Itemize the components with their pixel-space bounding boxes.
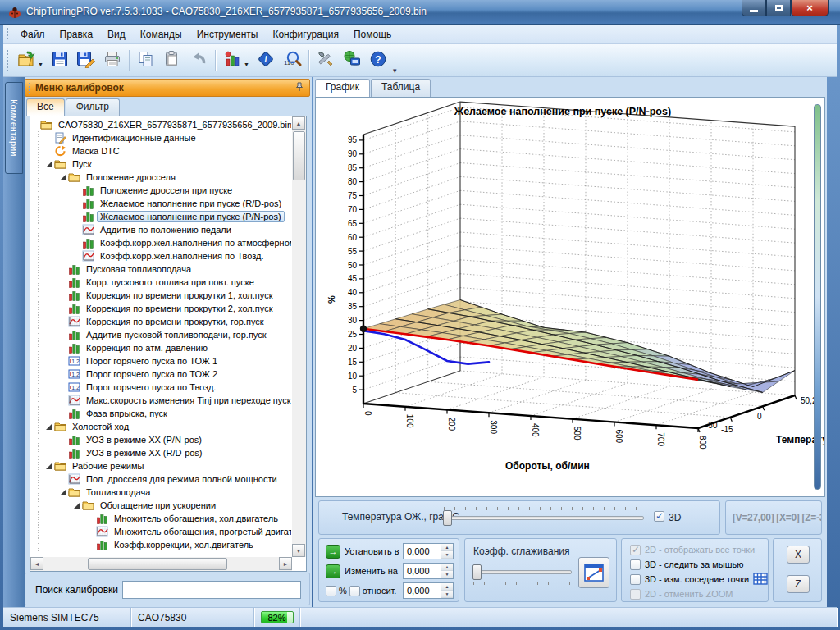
tree-item[interactable]: Коррекция по времени прокрутки 2, хол.пу… — [31, 302, 291, 315]
tools-button[interactable] — [313, 48, 339, 74]
tree-item[interactable]: Коррекция по времени прокрутки, гор.пуск — [31, 315, 291, 328]
tree-item[interactable]: Макс.скорость изменения Tinj при переход… — [31, 394, 291, 407]
option-checkbox-2[interactable] — [630, 559, 641, 570]
third-value-spinner[interactable]: 0,000 ▲▼ — [403, 582, 454, 599]
tree-item[interactable]: УОЗ в режиме XX (R/D-pos) — [31, 446, 291, 459]
tree-item[interactable]: Коэфф.корр.жел.наполнения по атмосферном — [31, 236, 291, 249]
tab-table[interactable]: Таблица — [371, 79, 431, 97]
expand-arrow-icon[interactable] — [59, 174, 68, 181]
paste-button[interactable] — [159, 48, 185, 74]
tree-vertical-scrollbar[interactable]: ▲ ▼ — [292, 116, 306, 557]
expand-arrow-icon[interactable] — [45, 463, 54, 470]
tree-item[interactable]: 1.2Порог горячего пуска по Твозд. — [31, 381, 291, 394]
open-file-button[interactable] — [13, 48, 39, 74]
change-value-spinner[interactable]: 0,000 ▲▼ — [403, 563, 454, 579]
chart-elevation-slider[interactable] — [814, 104, 821, 490]
checkbox-percent[interactable] — [326, 586, 336, 596]
tree-item[interactable]: УОЗ в режиме XX (P/N-pos) — [31, 433, 291, 446]
save-as-button[interactable] — [73, 48, 99, 74]
temperature-slider-thumb[interactable] — [443, 510, 452, 526]
minimize-button[interactable] — [742, 0, 766, 16]
help-button[interactable]: ? — [365, 48, 391, 74]
copy-button[interactable] — [133, 48, 159, 74]
tree-item[interactable]: 1.2Порог горячего пуска по ТОЖ 1 — [31, 354, 291, 368]
tree-item[interactable]: Желаемое наполнение при пуске (R/D-pos) — [31, 197, 291, 210]
tree-item[interactable]: Рабочие режимы — [31, 459, 291, 472]
tree-item[interactable]: CAO75830_Z16XER_6577935871_6577935656_20… — [31, 118, 291, 131]
tree-item[interactable]: Аддитив по положению педали — [31, 223, 291, 236]
dropdown-arrow-icon[interactable]: ▼ — [38, 62, 43, 67]
spinner-arrows[interactable]: ▲▼ — [441, 564, 453, 578]
tree-item[interactable]: Множитель обогащения, прогретый двигат — [31, 525, 291, 538]
tree-item[interactable]: Коррекция по времени прокрутки 1, хол.пу… — [31, 289, 291, 302]
expand-arrow-icon[interactable] — [45, 423, 54, 431]
tree-item[interactable]: Корр. пускового топлива при повт. пуске — [31, 276, 291, 289]
checkbox-relative[interactable] — [349, 586, 360, 596]
scroll-down-arrow[interactable]: ▼ — [292, 544, 305, 557]
tree-item[interactable]: Коэфф.корр.жел.наполнения по Твозд. — [31, 249, 291, 262]
tree-item[interactable]: Маска DTC — [31, 144, 291, 158]
tree-item[interactable]: Пусковая топливоподача — [31, 262, 291, 276]
find-value-button[interactable]: 110 — [279, 48, 305, 74]
expand-arrow-icon[interactable] — [59, 489, 68, 496]
view-chart-button[interactable] — [219, 48, 245, 74]
checkbox-3d[interactable] — [654, 511, 664, 522]
maximize-button[interactable] — [766, 0, 791, 16]
menu-item-2[interactable]: Правка — [52, 26, 101, 43]
pin-icon[interactable] — [294, 82, 304, 94]
smoothing-slider-thumb[interactable] — [472, 564, 482, 580]
tab-graph[interactable]: График — [315, 79, 370, 97]
tree-item[interactable]: Идентификационные данные — [31, 131, 291, 144]
tree-item[interactable]: Положение дросселя — [31, 171, 291, 184]
tree-item[interactable]: Холостой ход — [31, 420, 291, 433]
interpolate-button[interactable] — [578, 557, 609, 588]
grid-icon[interactable] — [753, 573, 768, 587]
temperature-slider[interactable] — [442, 516, 644, 520]
tree-item[interactable]: Коэфф.коррекции, хол.двигатель — [31, 538, 291, 551]
tab-filter[interactable]: Фильтр — [66, 98, 120, 116]
undo-button[interactable] — [185, 48, 212, 74]
menu-item-3[interactable]: Вид — [100, 26, 133, 43]
tree-horizontal-scrollbar[interactable]: ◄ ► — [30, 557, 292, 571]
scroll-thumb-h[interactable] — [88, 558, 227, 570]
z-axis-button[interactable]: Z — [787, 575, 810, 593]
tree-item[interactable]: Фаза впрыска, пуск — [31, 407, 291, 420]
smoothing-slider[interactable] — [472, 570, 572, 574]
save-button[interactable] — [47, 48, 73, 74]
tree-item[interactable]: 1.2Порог горячего пуска по ТОЖ 2 — [31, 368, 291, 381]
comments-tab[interactable]: Комментарии — [5, 82, 23, 174]
spinner-arrows[interactable]: ▲▼ — [441, 583, 453, 598]
tree-item[interactable]: Положение дросселя при пуске — [31, 184, 291, 197]
expand-arrow-icon[interactable] — [73, 502, 82, 509]
print-button[interactable] — [99, 48, 126, 74]
tree-item[interactable]: Коррекция по атм. давлению — [31, 341, 291, 354]
menu-item-5[interactable]: Инструменты — [189, 26, 266, 43]
scroll-left-arrow[interactable]: ◄ — [30, 557, 43, 570]
expand-arrow-icon[interactable] — [45, 161, 54, 168]
tree-item[interactable]: Обогащение при ускорении — [31, 499, 291, 512]
scroll-thumb[interactable] — [293, 131, 305, 180]
connection-button[interactable] — [339, 48, 365, 74]
x-axis-button[interactable]: X — [787, 546, 810, 564]
menu-item-1[interactable]: Файл — [13, 26, 52, 43]
menu-item-7[interactable]: Помощь — [346, 26, 399, 43]
dropdown-arrow-icon[interactable]: ▼ — [244, 62, 249, 67]
option-checkbox-3[interactable] — [630, 574, 641, 585]
tree-item[interactable]: Множитель обогащения, хол.двигатель — [31, 512, 291, 525]
tree-item[interactable]: Аддитив пусковой топливоподачи, гор.пуск — [31, 328, 291, 341]
scroll-up-arrow[interactable]: ▲ — [292, 116, 305, 130]
menu-item-6[interactable]: Конфигурация — [265, 26, 346, 43]
close-button[interactable]: × — [791, 0, 829, 16]
menu-item-4[interactable]: Команды — [133, 26, 189, 43]
apply-set-button[interactable]: → — [326, 545, 340, 559]
tree-item[interactable]: Пол. дросселя для режима полной мощности — [31, 472, 291, 486]
scroll-right-arrow[interactable]: ► — [279, 557, 292, 570]
spinner-arrows[interactable]: ▲▼ — [441, 544, 453, 559]
apply-change-button[interactable]: → — [326, 564, 340, 578]
tree-item[interactable]: Желаемое наполнение при пуске (P/N-pos) — [31, 210, 291, 223]
tab-all[interactable]: Все — [26, 98, 65, 116]
tree-item[interactable]: Пуск — [31, 158, 291, 171]
info-button[interactable]: i — [253, 48, 279, 74]
toolbar-overflow[interactable]: ▾ — [393, 66, 397, 76]
tree-item[interactable]: Топливоподача — [31, 486, 291, 499]
